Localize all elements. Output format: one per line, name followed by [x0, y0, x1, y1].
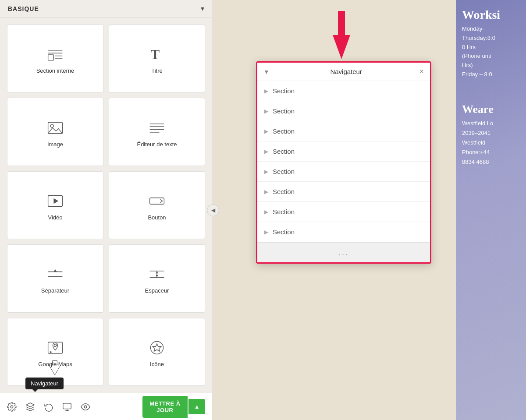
svg-marker-36 [49, 360, 61, 375]
image-icon [46, 119, 64, 137]
icone-icon [148, 339, 166, 356]
espaceur-icon [148, 265, 166, 283]
widget-bouton[interactable]: Bouton [109, 171, 205, 239]
svg-marker-24 [156, 271, 158, 273]
navigateur-tooltip: Navigateur [25, 378, 64, 389]
navigator-pin-icon[interactable]: ▼ [263, 68, 270, 75]
widget-titre[interactable]: T Titre [109, 25, 205, 92]
svg-marker-37 [333, 11, 350, 59]
widget-label-editeur: Éditeur de texte [137, 141, 177, 148]
svg-marker-25 [156, 275, 158, 277]
section-label-6: Section [273, 188, 295, 195]
navigator-dialog-header: ▼ Navigateur × [257, 63, 430, 81]
section-label-2: Section [273, 107, 295, 115]
section-item-6[interactable]: ▶ Section [257, 182, 430, 202]
right-panel-brand2: Weare Westfield Lo2039–2041WestfieldPhon… [462, 86, 520, 167]
widget-video[interactable]: Vidéo [7, 171, 103, 239]
brand-title-2: Weare [462, 104, 520, 115]
update-button-group: METTRE ÀJOUR ▲ [142, 396, 205, 418]
section-chevron-3: ▶ [264, 128, 268, 134]
section-label-7: Section [273, 208, 295, 215]
google-maps-icon [46, 339, 64, 356]
section-label-4: Section [273, 148, 295, 155]
video-icon [46, 192, 64, 210]
titre-icon: T [148, 46, 166, 63]
left-panel: BASIQUE ▾ Section interne T [0, 0, 212, 420]
svg-rect-6 [48, 122, 63, 133]
section-item-1[interactable]: ▶ Section [257, 81, 430, 101]
section-chevron-5: ▶ [264, 169, 268, 175]
svg-point-27 [54, 344, 56, 346]
widget-separateur[interactable]: Séparateur [7, 244, 103, 312]
section-item-3[interactable]: ▶ Section [257, 121, 430, 141]
widget-icone[interactable]: Icône [109, 318, 205, 386]
section-chevron-8: ▶ [264, 229, 268, 235]
section-chevron-4: ▶ [264, 148, 268, 155]
svg-point-35 [84, 406, 87, 408]
editeur-texte-icon [148, 119, 166, 137]
widget-label-icone: Icône [150, 361, 164, 367]
collapse-panel-button[interactable]: ◀ [207, 204, 219, 216]
separateur-icon [46, 265, 64, 283]
svg-line-15 [160, 199, 162, 201]
right-panel: Worksi Monday–Thursday:8:00 Hrs(Phone un… [456, 0, 526, 420]
panel-header: BASIQUE ▾ [0, 0, 212, 18]
section-item-7[interactable]: ▶ Section [257, 202, 430, 222]
svg-point-7 [50, 124, 53, 127]
widget-label-titre: Titre [151, 67, 163, 74]
widget-label-image: Image [47, 141, 63, 148]
section-chevron-1: ▶ [264, 88, 268, 94]
svg-rect-4 [48, 55, 54, 60]
brand-title-1: Worksi [462, 9, 520, 21]
section-item-4[interactable]: ▶ Section [257, 141, 430, 162]
svg-marker-31 [26, 402, 34, 406]
widget-label-bouton: Bouton [148, 214, 166, 221]
navigator-toolbar-icon[interactable] [25, 402, 35, 412]
main-canvas: ▼ Navigateur × ▶ Section ▶ Section ▶ Sec… [212, 0, 456, 420]
widget-espaceur[interactable]: Espaceur [109, 244, 205, 312]
section-interne-icon [46, 46, 64, 63]
svg-text:T: T [150, 47, 160, 62]
widget-label-video: Vidéo [48, 214, 62, 221]
section-label-5: Section [273, 168, 295, 175]
widget-editeur-texte[interactable]: Éditeur de texte [109, 98, 205, 166]
widget-label-separateur: Séparateur [41, 287, 69, 294]
update-arrow-button[interactable]: ▲ [188, 399, 205, 414]
navigator-dialog: ▼ Navigateur × ▶ Section ▶ Section ▶ Sec… [256, 61, 431, 264]
section-item-5[interactable]: ▶ Section [257, 162, 430, 182]
preview-icon[interactable] [81, 402, 90, 412]
red-arrow-bottom-indicator [46, 359, 64, 378]
toolbar-left [7, 402, 90, 412]
history-icon[interactable] [44, 402, 53, 412]
navigator-close-button[interactable]: × [419, 67, 424, 76]
navigator-dialog-title: Navigateur [273, 68, 419, 75]
section-item-2[interactable]: ▶ Section [257, 101, 430, 121]
settings-icon[interactable] [7, 402, 17, 412]
section-chevron-7: ▶ [264, 209, 268, 215]
svg-marker-13 [53, 198, 58, 204]
update-button[interactable]: METTRE ÀJOUR [142, 396, 187, 418]
bouton-icon [148, 192, 166, 210]
right-panel-brand1: Worksi Monday–Thursday:8:00 Hrs(Phone un… [462, 9, 520, 79]
svg-rect-32 [63, 403, 71, 409]
section-label-3: Section [273, 127, 295, 135]
section-chevron-2: ▶ [264, 108, 268, 114]
panel-header-chevron[interactable]: ▾ [201, 4, 204, 13]
svg-marker-29 [153, 344, 161, 351]
section-item-8[interactable]: ▶ Section [257, 222, 430, 242]
red-arrow-top-indicator [326, 9, 357, 63]
widget-image[interactable]: Image [7, 98, 103, 166]
widget-label-espaceur: Espaceur [145, 287, 169, 294]
svg-rect-14 [150, 198, 164, 205]
update-arrow-icon: ▲ [194, 403, 200, 410]
navigator-dots: ... [338, 248, 349, 257]
svg-line-16 [160, 201, 162, 203]
navigator-footer: ... [257, 242, 430, 262]
widget-section-interne[interactable]: Section interne [7, 25, 103, 92]
address-text: Westfield Lo2039–2041WestfieldPhone:+448… [462, 119, 520, 167]
bottom-toolbar: Navigateur [0, 393, 212, 420]
update-button-label: METTRE ÀJOUR [149, 400, 180, 413]
svg-point-30 [11, 406, 13, 408]
device-preview-icon[interactable] [62, 402, 72, 412]
panel-header-title: BASIQUE [8, 5, 39, 12]
